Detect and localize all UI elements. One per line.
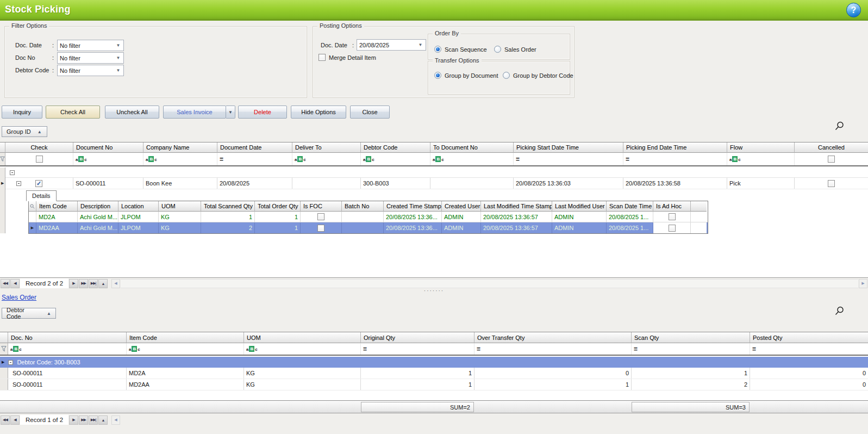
header-cancelled[interactable]: Cancelled [795, 142, 868, 153]
help-icon[interactable]: ? [846, 3, 861, 17]
doc-date-filter-combo[interactable]: No filter ▼ [57, 40, 124, 51]
cell-debtor-code[interactable]: 300-B003 [361, 178, 430, 189]
dcell-created-time[interactable]: 20/08/2025 13:36... [384, 212, 442, 222]
header-item-code[interactable]: Item Code [127, 332, 244, 343]
dheader-total-order-qty[interactable]: Total Order Qty [255, 201, 301, 212]
dcell-modified-time[interactable]: 20/08/2025 13:36:57 [481, 222, 552, 233]
nav-last-button[interactable]: ▶▶| [89, 279, 98, 288]
cell-picking-start[interactable]: 20/08/2025 13:36:03 [514, 178, 623, 189]
scroll-right-icon[interactable]: ▶ [859, 279, 867, 288]
header-flow[interactable]: Flow [727, 142, 795, 153]
cell-doc-no[interactable]: SO-000011 [8, 368, 127, 379]
dheader-modified-time[interactable]: Last Modified Time Stamp [481, 201, 552, 212]
row-cancelled-checkbox[interactable] [828, 180, 835, 187]
nav-last-button[interactable]: ▶▶| [89, 416, 98, 425]
group-by-document-radio[interactable] [434, 72, 441, 79]
close-button[interactable]: Close [350, 106, 390, 119]
table-row[interactable]: SO-000011 Boon Kee 20/08/2025 300-B003 2… [5, 178, 868, 189]
group-id-groupby-chip[interactable]: Group ID ▲ [2, 126, 47, 137]
header-scan-qty[interactable]: Scan Qty [632, 332, 750, 343]
chevron-down-icon[interactable]: ▼ [416, 41, 424, 49]
search-icon[interactable] [834, 121, 845, 132]
cell-to-document-no[interactable] [430, 178, 514, 189]
detail-row[interactable]: MD2A Achi Gold M... JLPOM KG 1 1 20/08/2… [29, 212, 708, 222]
nav-fast-next-button[interactable]: ▶▶ [79, 416, 88, 425]
cell-posted-qty[interactable]: 0 [750, 379, 868, 390]
cell-picking-end[interactable]: 20/08/2025 13:36:58 [623, 178, 727, 189]
dcell-modified-user[interactable]: ADMIN [552, 222, 607, 233]
cell-original-qty[interactable]: 1 [361, 368, 474, 379]
dheader-batch-no[interactable]: Batch No [342, 201, 384, 212]
collapse-group-icon[interactable] [10, 170, 15, 175]
splitter-handle[interactable] [0, 288, 868, 294]
is-ad-hoc-checkbox[interactable] [669, 225, 676, 232]
header-original-qty[interactable]: Original Qty [361, 332, 474, 343]
filter-scan-qty[interactable]: = [632, 343, 750, 355]
hide-options-button[interactable]: Hide Options [291, 106, 346, 119]
dheader-uom[interactable]: UOM [159, 201, 201, 212]
table-row[interactable]: SO-000011 MD2AA KG 1 1 2 0 [0, 379, 868, 390]
header-debtor-code[interactable]: Debtor Code [361, 142, 430, 153]
cell-uom[interactable]: KG [244, 368, 361, 379]
nav-collapse-button[interactable]: ▲ [98, 279, 108, 288]
group-by-debtor-code-option[interactable]: Group by Debtor Code [503, 72, 573, 79]
dcell-batch-no[interactable] [342, 212, 384, 222]
cell-document-date[interactable]: 20/08/2025 [217, 178, 292, 189]
dheader-scan-date-time[interactable]: Scan Date Time [607, 201, 653, 212]
dcell-total-scanned-qty[interactable]: 2 [201, 222, 255, 233]
dcell-modified-user[interactable]: ADMIN [552, 212, 607, 222]
delete-button[interactable]: Delete [238, 106, 287, 119]
filter-posted-qty[interactable]: = [750, 343, 868, 355]
nav-first-button[interactable]: ◀◀ [1, 416, 10, 425]
filter-picking-end[interactable]: = [623, 153, 727, 165]
filter-to-document-no[interactable]: aBc [430, 153, 514, 165]
dcell-scan-date-time[interactable]: 20/08/2025 1... [607, 212, 653, 222]
nav-next-button[interactable]: ▶ [69, 416, 78, 425]
nav-first-button[interactable]: ◀◀ [1, 279, 10, 288]
sales-invoice-dropdown-arrow[interactable]: ▼ [226, 106, 235, 119]
dheader-is-foc[interactable]: Is FOC [301, 201, 342, 212]
dcell-modified-time[interactable]: 20/08/2025 13:36:57 [481, 212, 552, 222]
group-row-debtor-code[interactable]: ▶ Debtor Code: 300-B003 [0, 357, 868, 368]
check-all-button[interactable]: Check All [46, 106, 100, 119]
dcell-total-order-qty[interactable]: 1 [255, 222, 301, 233]
sales-order-radio[interactable] [494, 46, 501, 53]
dheader-item-code[interactable]: Item Code [36, 201, 78, 212]
scan-sequence-radio[interactable] [434, 46, 441, 53]
dheader-created-user[interactable]: Created User [442, 201, 481, 212]
dcell-created-user[interactable]: ADMIN [442, 222, 481, 233]
group-by-document-option[interactable]: Group by Document [434, 72, 498, 79]
nav-fast-next-button[interactable]: ▶▶ [79, 279, 88, 288]
order-by-sales-order-option[interactable]: Sales Order [494, 46, 536, 53]
chevron-down-icon[interactable]: ▼ [114, 54, 122, 62]
inquiry-button[interactable]: Inquiry [2, 106, 42, 119]
horizontal-scrollbar[interactable] [121, 279, 858, 288]
dcell-description[interactable]: Achi Gold M... [78, 212, 118, 222]
dcell-item-code[interactable]: MD2A [36, 212, 78, 222]
collapse-row-icon[interactable] [16, 181, 21, 186]
cell-original-qty[interactable]: 1 [361, 379, 474, 390]
chevron-down-icon[interactable]: ▼ [114, 41, 122, 49]
table-row[interactable]: SO-000011 MD2A KG 1 0 1 0 [0, 368, 868, 379]
header-company-name[interactable]: Company Name [143, 142, 217, 153]
is-foc-checkbox[interactable] [317, 225, 324, 232]
header-posted-qty[interactable]: Posted Qty [750, 332, 868, 343]
filter-check-checkbox[interactable] [36, 156, 43, 163]
nav-prev-button[interactable]: ◀ [10, 416, 20, 425]
cell-item-code[interactable]: MD2AA [127, 379, 244, 390]
cell-document-no[interactable]: SO-000011 [73, 178, 143, 189]
dheader-is-ad-hoc[interactable]: Is Ad Hoc [653, 201, 691, 212]
dcell-created-time[interactable]: 20/08/2025 13:36... [384, 222, 442, 233]
filter-uom[interactable]: aBc [244, 343, 361, 355]
dheader-location[interactable]: Location [118, 201, 159, 212]
row-check-checkbox[interactable] [35, 180, 42, 187]
filter-cancelled[interactable] [795, 153, 868, 165]
nav-prev-button[interactable]: ◀ [10, 279, 20, 288]
cell-deliver-to[interactable] [292, 178, 361, 189]
dcell-created-user[interactable]: ADMIN [442, 212, 481, 222]
debtor-code-filter-combo[interactable]: No filter ▼ [57, 65, 124, 76]
scroll-left-icon[interactable]: ◀ [111, 279, 120, 288]
is-ad-hoc-checkbox[interactable] [669, 213, 676, 220]
collapse-group-icon[interactable] [8, 360, 13, 365]
header-document-no[interactable]: Document No [73, 142, 143, 153]
